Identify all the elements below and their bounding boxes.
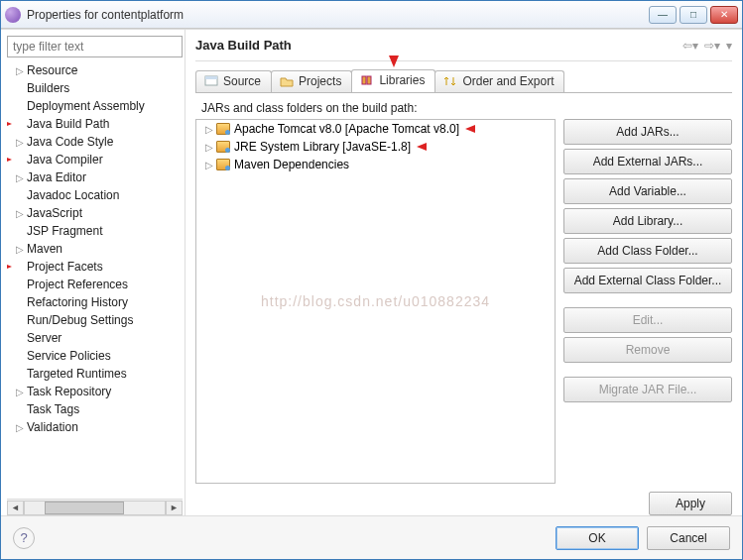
twisty-icon[interactable]: ▷ [15,387,25,397]
svg-rect-2 [362,76,366,84]
annotation-arrow-icon [389,56,399,67]
sidebar-item-java-build-path[interactable]: Java Build Path [7,115,183,133]
twisty-icon[interactable]: ▷ [15,65,25,76]
sidebar-item-task-tags[interactable]: Task Tags [7,400,183,418]
twisty-icon[interactable]: ▷ [15,244,25,255]
cancel-button[interactable]: Cancel [647,526,730,550]
sidebar-item-label: Project References [27,278,128,291]
window-buttons: — □ ✕ [649,6,738,24]
apply-button[interactable]: Apply [649,492,732,515]
footer: ? OK Cancel [1,515,742,559]
sidebar-item-label: Deployment Assembly [27,99,145,113]
minimize-button[interactable]: — [649,6,677,24]
scroll-thumb[interactable] [45,502,124,514]
tab-source-label: Source [223,74,261,88]
sidebar-item-javadoc-location[interactable]: Javadoc Location [7,186,183,204]
maximize-button[interactable]: □ [680,6,707,24]
sidebar-item-task-repository[interactable]: ▷Task Repository [7,383,183,400]
sidebar-item-label: Java Editor [27,170,86,184]
tab-libraries-label: Libraries [379,73,425,87]
sidebar-item-builders[interactable]: Builders [7,79,183,97]
scroll-right-icon[interactable]: ► [166,501,183,515]
remove-button: Remove [563,337,732,363]
sidebar-item-label: Project Facets [27,260,103,274]
library-entry[interactable]: ▷Maven Dependencies [196,156,555,173]
titlebar[interactable]: Properties for contentplatform — □ ✕ [1,1,742,29]
library-buttons: Add JARs... Add External JARs... Add Var… [563,119,732,484]
twisty-icon[interactable]: ▷ [204,142,214,153]
twisty-icon[interactable]: ▷ [15,172,25,183]
close-button[interactable]: ✕ [710,6,738,24]
sidebar-item-jsp-fragment[interactable]: JSP Fragment [7,222,183,240]
divider [195,60,732,61]
tab-content: JARs and class folders on the build path… [195,93,732,515]
library-entry-label: Maven Dependencies [234,158,349,171]
folder-icon [280,75,294,87]
ok-button[interactable]: OK [556,526,639,550]
back-icon[interactable]: ⇦▾ [682,39,698,53]
twisty-icon[interactable]: ▷ [204,160,214,170]
category-tree[interactable]: ▷ResourceBuildersDeployment AssemblyJava… [7,61,183,499]
order-icon [443,75,457,87]
filter-input[interactable] [7,36,183,57]
sidebar-item-java-code-style[interactable]: ▷Java Code Style [7,133,183,151]
sidebar-hscrollbar[interactable]: ◄ ► [7,499,183,515]
window-title: Properties for contentplatform [27,8,649,22]
scroll-track[interactable] [24,501,166,515]
menu-icon[interactable]: ▾ [726,39,732,53]
jar-icon [216,141,230,153]
sidebar-item-label: Server [27,331,62,345]
sidebar-item-resource[interactable]: ▷Resource [7,61,183,79]
help-icon[interactable]: ? [13,527,35,549]
tab-order-export[interactable]: Order and Export [434,70,564,92]
add-external-jars-button[interactable]: Add External JARs... [563,149,732,174]
library-icon [360,74,374,86]
twisty-icon[interactable]: ▷ [15,208,25,219]
sidebar: ▷ResourceBuildersDeployment AssemblyJava… [1,30,186,515]
sidebar-item-label: JSP Fragment [27,224,102,238]
sidebar-item-validation[interactable]: ▷Validation [7,418,183,436]
sidebar-item-label: Javadoc Location [27,188,119,202]
sidebar-item-label: Refactoring History [27,295,128,309]
sidebar-item-label: Run/Debug Settings [27,313,133,327]
add-external-class-folder-button[interactable]: Add External Class Folder... [563,268,732,293]
sidebar-item-refactoring-history[interactable]: Refactoring History [7,293,183,311]
twisty-icon[interactable]: ▷ [15,422,25,433]
scroll-left-icon[interactable]: ◄ [7,501,24,515]
sidebar-item-server[interactable]: Server [7,329,183,347]
twisty-icon[interactable]: ▷ [204,124,214,135]
add-library-button[interactable]: Add Library... [563,208,732,234]
library-entry[interactable]: ▷Apache Tomcat v8.0 [Apache Tomcat v8.0] [196,120,555,138]
sidebar-item-run-debug-settings[interactable]: Run/Debug Settings [7,311,183,329]
sidebar-item-maven[interactable]: ▷Maven [7,240,183,258]
sidebar-item-service-policies[interactable]: Service Policies [7,347,183,365]
tab-source[interactable]: Source [195,70,272,92]
tab-projects[interactable]: Projects [271,70,352,92]
sidebar-item-javascript[interactable]: ▷JavaScript [7,204,183,222]
library-entry-label: Apache Tomcat v8.0 [Apache Tomcat v8.0] [234,122,459,136]
sidebar-item-targeted-runtimes[interactable]: Targeted Runtimes [7,365,183,383]
sidebar-item-label: Task Tags [27,402,79,416]
sidebar-item-project-facets[interactable]: Project Facets [7,258,183,276]
library-entry[interactable]: ▷JRE System Library [JavaSE-1.8] [196,138,555,156]
migrate-jar-button: Migrate JAR File... [563,377,732,402]
sidebar-item-label: Builders [27,81,69,95]
tab-libraries[interactable]: Libraries [351,69,435,92]
twisty-icon[interactable]: ▷ [15,137,25,148]
sidebar-item-label: Resource [27,63,77,77]
dialog-body: ▷ResourceBuildersDeployment AssemblyJava… [1,29,742,515]
sidebar-item-java-compiler[interactable]: Java Compiler [7,151,183,168]
sidebar-item-project-references[interactable]: Project References [7,276,183,293]
forward-icon[interactable]: ⇨▾ [704,39,720,53]
sidebar-item-deployment-assembly[interactable]: Deployment Assembly [7,97,183,115]
sidebar-item-label: Targeted Runtimes [27,367,127,381]
add-class-folder-button[interactable]: Add Class Folder... [563,238,732,264]
sidebar-item-java-editor[interactable]: ▷Java Editor [7,168,183,186]
libraries-list[interactable]: http://blog.csdn.net/u010882234 ▷Apache … [195,119,556,484]
properties-dialog: Properties for contentplatform — □ ✕ ▷Re… [0,0,743,560]
add-variable-button[interactable]: Add Variable... [563,178,732,204]
nav-icons: ⇦▾ ⇨▾ ▾ [682,39,732,53]
annotation-arrow-icon [465,125,475,133]
add-jars-button[interactable]: Add JARs... [563,119,732,145]
page-title: Java Build Path [195,38,682,53]
